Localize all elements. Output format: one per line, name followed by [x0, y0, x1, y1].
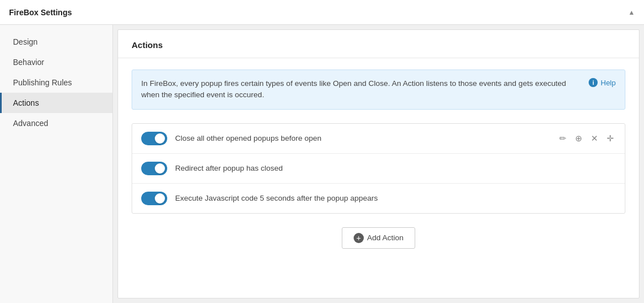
sidebar-item-actions[interactable]: Actions [0, 93, 112, 113]
content-header: Actions [118, 30, 639, 58]
action-1-icons: ✏ ⊕ ✕ ✛ [557, 133, 616, 144]
sidebar-item-behavior[interactable]: Behavior [0, 52, 112, 72]
info-box: In FireBox, every popup fires certain ty… [132, 70, 625, 110]
add-action-button[interactable]: + Add Action [342, 227, 416, 249]
toggle-slider [141, 132, 167, 145]
info-icon: i [589, 78, 598, 87]
table-row: Redirect after popup has closed ✏ ⊕ ✕ ✛ [132, 154, 625, 184]
content-area: Actions In FireBox, every popup fires ce… [118, 29, 639, 298]
drag-icon[interactable]: ✛ [604, 133, 616, 144]
action-2-label: Redirect after popup has closed [175, 164, 616, 172]
action-3-label: Execute Javascript code 5 seconds after … [175, 194, 616, 202]
content-body: In FireBox, every popup fires certain ty… [118, 58, 639, 265]
action-3-toggle[interactable] [141, 192, 167, 205]
add-action-label: Add Action [367, 233, 404, 242]
table-row: Close all other opened popups before ope… [132, 124, 625, 154]
help-link[interactable]: i Help [589, 78, 616, 87]
sidebar-item-advanced[interactable]: Advanced [0, 113, 112, 133]
collapse-chevron[interactable]: ▲ [628, 8, 635, 16]
app-title: FireBox Settings [9, 8, 72, 17]
action-1-toggle[interactable] [141, 132, 167, 145]
main-layout: Design Behavior Publishing Rules Actions… [0, 25, 644, 303]
edit-icon[interactable]: ✏ [557, 133, 568, 144]
remove-icon[interactable]: ✕ [589, 133, 600, 144]
add-action-container: + Add Action [132, 214, 625, 253]
plus-circle-icon: + [354, 233, 364, 243]
app-container: FireBox Settings ▲ Design Behavior Publi… [0, 0, 644, 303]
top-bar: FireBox Settings ▲ [0, 0, 644, 25]
info-box-text: In FireBox, every popup fires certain ty… [141, 78, 580, 101]
toggle-slider [141, 162, 167, 175]
action-1-label: Close all other opened popups before ope… [175, 134, 549, 142]
table-row: Execute Javascript code 5 seconds after … [132, 184, 625, 213]
action-2-toggle[interactable] [141, 162, 167, 175]
toggle-slider [141, 192, 167, 205]
sidebar: Design Behavior Publishing Rules Actions… [0, 25, 113, 303]
sidebar-item-publishing-rules[interactable]: Publishing Rules [0, 72, 112, 93]
actions-list: Close all other opened popups before ope… [132, 123, 625, 214]
add-icon[interactable]: ⊕ [573, 133, 584, 144]
help-label: Help [601, 79, 616, 87]
sidebar-item-design[interactable]: Design [0, 32, 112, 52]
page-title: Actions [132, 40, 163, 50]
